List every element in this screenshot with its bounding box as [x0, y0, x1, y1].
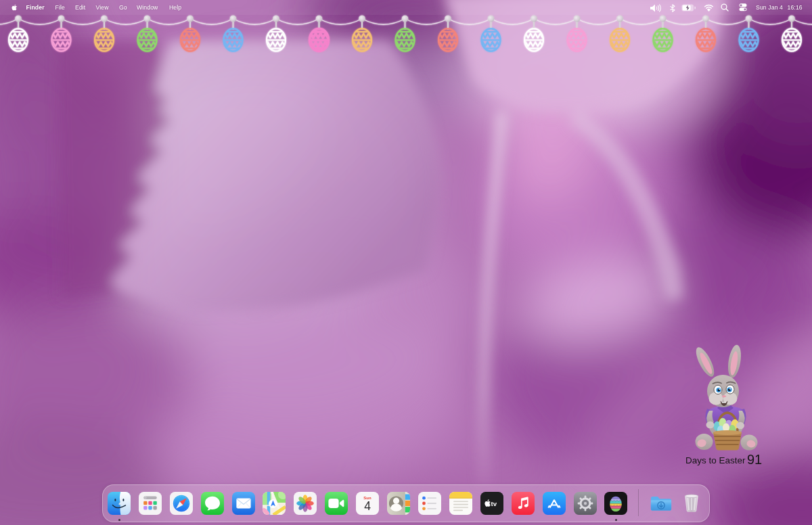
svg-text:tv: tv — [491, 500, 497, 507]
svg-text:4: 4 — [364, 499, 371, 513]
